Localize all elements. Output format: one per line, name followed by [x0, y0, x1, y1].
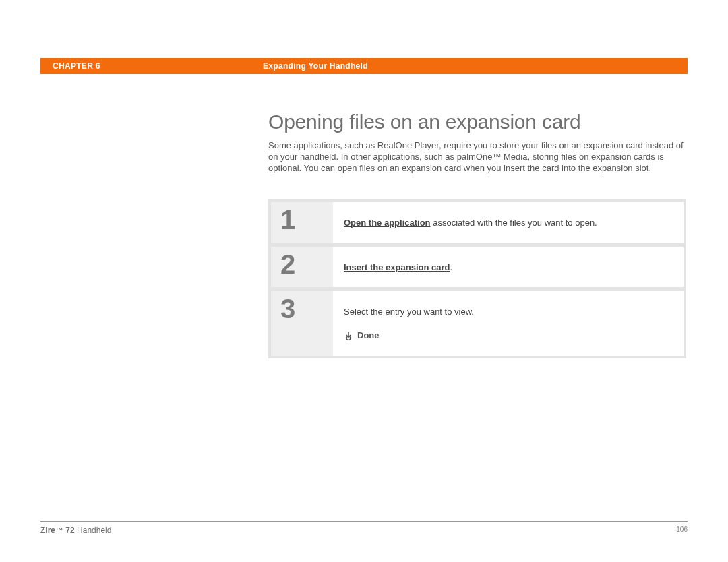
step-body: Open the application associated with the… [333, 202, 684, 243]
step-link[interactable]: Open the application [344, 218, 431, 228]
step-body: Insert the expansion card. [333, 247, 684, 287]
step-row: 3 Select the entry you want to view. Don… [271, 291, 684, 356]
steps-container: 1 Open the application associated with t… [268, 199, 686, 358]
step-text: Open the application associated with the… [344, 218, 673, 228]
step-number: 3 [271, 291, 333, 356]
section-label: Expanding Your Handheld [263, 61, 368, 71]
step-link[interactable]: Insert the expansion card [344, 262, 450, 272]
page-title: Opening files on an expansion card [268, 111, 581, 133]
step-row: 1 Open the application associated with t… [271, 202, 684, 247]
product-bold: Zire™ 72 [40, 526, 75, 535]
step-number: 2 [271, 247, 333, 287]
page-footer: Zire™ 72 Handheld 106 [40, 521, 688, 535]
step-row: 2 Insert the expansion card. [271, 247, 684, 291]
done-row: Done [344, 330, 673, 340]
product-rest: Handheld [75, 526, 112, 535]
step-rest-text: associated with the files you want to op… [431, 218, 597, 228]
page-number: 106 [676, 526, 688, 535]
chapter-header-bar: CHAPTER 6 Expanding Your Handheld [40, 58, 688, 74]
product-name: Zire™ 72 Handheld [40, 526, 111, 535]
intro-paragraph: Some applications, such as RealOne Playe… [268, 140, 685, 175]
step-body: Select the entry you want to view. Done [333, 291, 684, 356]
step-text: Select the entry you want to view. [344, 307, 673, 317]
done-label: Done [357, 330, 380, 340]
step-text: Insert the expansion card. [344, 262, 673, 272]
step-dot: . [450, 262, 453, 272]
arrow-down-circle-icon [344, 331, 353, 340]
chapter-label: CHAPTER 6 [40, 61, 263, 71]
step-number: 1 [271, 202, 333, 243]
